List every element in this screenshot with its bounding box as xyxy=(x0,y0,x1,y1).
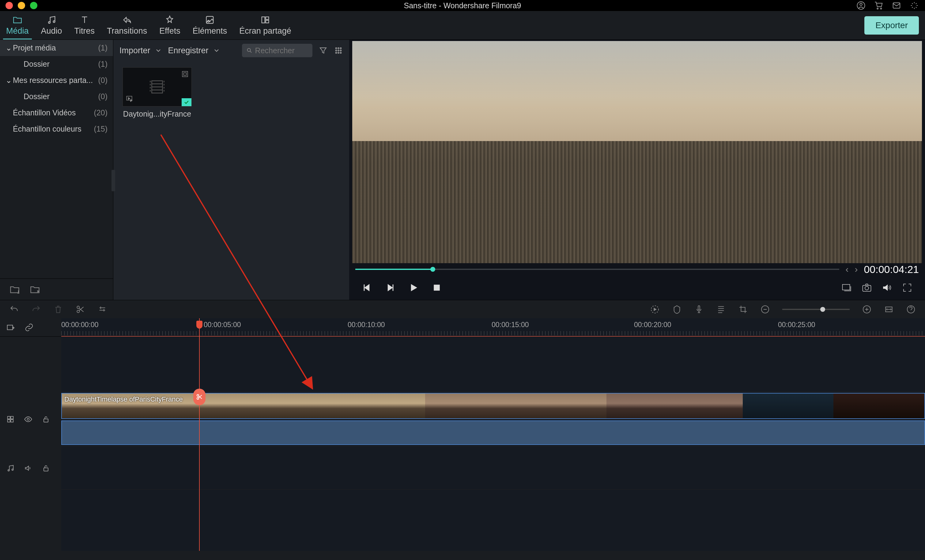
svg-point-30 xyxy=(865,287,869,290)
add-track-icon[interactable] xyxy=(6,323,15,332)
import-dropdown[interactable]: Importer xyxy=(119,46,162,56)
tab-effets[interactable]: Effets xyxy=(153,11,187,39)
lock-icon[interactable] xyxy=(42,415,50,423)
link-icon[interactable] xyxy=(24,323,34,332)
next-marker-icon[interactable]: › xyxy=(854,264,858,275)
record-dropdown[interactable]: Enregistrer xyxy=(168,46,220,56)
step-forward-icon[interactable] xyxy=(385,282,396,293)
help-icon[interactable] xyxy=(906,305,916,314)
video-track[interactable]: DaytonightTimelapse ofParisCityFrance xyxy=(61,392,925,447)
svg-rect-4 xyxy=(893,3,900,8)
redo-icon[interactable] xyxy=(31,305,41,314)
sidebar-item[interactable]: Échantillon Vidéos(20) xyxy=(0,105,113,121)
titlebar: Sans-titre - Wondershare Filmora9 xyxy=(0,0,925,11)
panel-resize-grip[interactable] xyxy=(111,170,115,191)
film-icon xyxy=(148,78,166,96)
zoom-slider[interactable] xyxy=(782,309,850,310)
split-icon[interactable] xyxy=(75,305,85,314)
search-input[interactable] xyxy=(255,46,308,55)
sidebar-item[interactable]: ⌄Projet média(1) xyxy=(0,40,113,56)
step-back-icon[interactable] xyxy=(362,282,372,293)
new-folder-icon[interactable] xyxy=(9,284,20,295)
tab-mdia[interactable]: Média xyxy=(0,11,35,39)
timeline: 00:00:00:0000:00:05:0000:00:10:0000:00:1… xyxy=(0,318,925,551)
search-icon xyxy=(246,47,253,54)
tab-cranpartag[interactable]: Écran partagé xyxy=(233,11,297,39)
voiceover-icon[interactable] xyxy=(694,305,704,314)
svg-rect-24 xyxy=(184,73,187,76)
svg-rect-9 xyxy=(262,17,265,23)
scissors-icon[interactable] xyxy=(193,389,205,405)
audio-clip[interactable] xyxy=(61,420,925,445)
ruler-tick: 00:00:00:00 xyxy=(61,321,99,329)
svg-point-15 xyxy=(340,48,342,49)
media-sidebar: ⌄Projet média(1)Dossier(1)⌄Mes ressource… xyxy=(0,40,113,300)
media-panel: Importer Enregistrer P xyxy=(113,40,349,300)
snapshot-icon[interactable] xyxy=(861,282,872,293)
lock-icon[interactable] xyxy=(42,464,50,473)
video-track-head xyxy=(0,392,61,447)
visibility-icon[interactable] xyxy=(24,415,32,423)
chevron-down-icon xyxy=(213,47,220,54)
filter-icon[interactable] xyxy=(319,46,328,55)
main-toolbar: MédiaAudioTitresTransitionsEffetsÉlément… xyxy=(0,11,925,40)
render-icon[interactable] xyxy=(650,305,660,314)
svg-rect-23 xyxy=(182,71,187,77)
sidebar-item[interactable]: Échantillon couleurs(15) xyxy=(0,121,113,137)
mute-icon[interactable] xyxy=(24,464,32,473)
chevron-down-icon xyxy=(155,47,162,54)
volume-icon[interactable] xyxy=(881,282,893,293)
zoom-fit-icon[interactable] xyxy=(884,305,894,314)
media-item-name: Daytonig...ityFrance xyxy=(122,110,192,119)
close-window[interactable] xyxy=(6,2,13,9)
music-icon[interactable] xyxy=(6,464,15,473)
timeline-ruler[interactable]: 00:00:00:0000:00:05:0000:00:10:0000:00:1… xyxy=(61,318,925,336)
tab-lments[interactable]: Éléments xyxy=(187,11,234,39)
audio-track[interactable] xyxy=(61,447,925,489)
prev-marker-icon[interactable]: ‹ xyxy=(845,264,848,275)
account-icon[interactable] xyxy=(856,1,866,10)
track-row[interactable] xyxy=(61,336,925,392)
playhead[interactable] xyxy=(199,318,200,551)
tab-transitions[interactable]: Transitions xyxy=(101,11,153,39)
playback-display-icon[interactable] xyxy=(841,282,852,293)
search-box[interactable] xyxy=(242,44,312,57)
mail-icon[interactable] xyxy=(892,1,901,10)
svg-rect-40 xyxy=(8,416,10,419)
svg-text:P: P xyxy=(130,99,132,102)
stop-icon[interactable] xyxy=(431,282,442,293)
play-icon[interactable] xyxy=(408,282,419,293)
settings-icon[interactable] xyxy=(910,1,919,10)
grid-icon[interactable] xyxy=(6,415,15,423)
svg-rect-45 xyxy=(44,419,48,422)
ruler-tick: 00:00:05:00 xyxy=(204,321,241,329)
grid-view-icon[interactable] xyxy=(334,46,343,55)
crop-icon[interactable] xyxy=(738,305,748,314)
scrub-track[interactable] xyxy=(355,269,839,270)
maximize-window[interactable] xyxy=(30,2,38,9)
minimize-window[interactable] xyxy=(18,2,25,9)
sidebar-item[interactable]: ⌄Mes ressources parta...(0) xyxy=(0,72,113,89)
zoom-in-icon[interactable] xyxy=(862,305,872,314)
svg-rect-27 xyxy=(434,285,440,290)
record-label: Enregistrer xyxy=(168,46,209,56)
media-item[interactable]: P Daytonig...ityFrance xyxy=(122,67,192,119)
clip-label: DaytonightTimelapse ofParisCityFrance xyxy=(64,395,183,403)
marker-icon[interactable] xyxy=(672,305,682,314)
export-button[interactable]: Exporter xyxy=(864,16,919,35)
svg-point-47 xyxy=(12,469,14,470)
cart-icon[interactable] xyxy=(874,1,883,10)
tab-audio[interactable]: Audio xyxy=(35,11,68,39)
mixer-icon[interactable] xyxy=(716,305,726,314)
zoom-out-icon[interactable] xyxy=(760,305,770,314)
sidebar-item[interactable]: Dossier(0) xyxy=(0,89,113,105)
delete-folder-icon[interactable] xyxy=(29,284,41,295)
tab-titres[interactable]: Titres xyxy=(68,11,101,39)
undo-icon[interactable] xyxy=(9,305,19,314)
video-preview[interactable] xyxy=(352,41,922,263)
adjust-icon[interactable] xyxy=(97,305,107,314)
fullscreen-icon[interactable] xyxy=(902,282,913,293)
delete-icon[interactable] xyxy=(53,305,63,314)
video-clip[interactable]: DaytonightTimelapse ofParisCityFrance xyxy=(61,393,925,419)
sidebar-item[interactable]: Dossier(1) xyxy=(0,56,113,72)
